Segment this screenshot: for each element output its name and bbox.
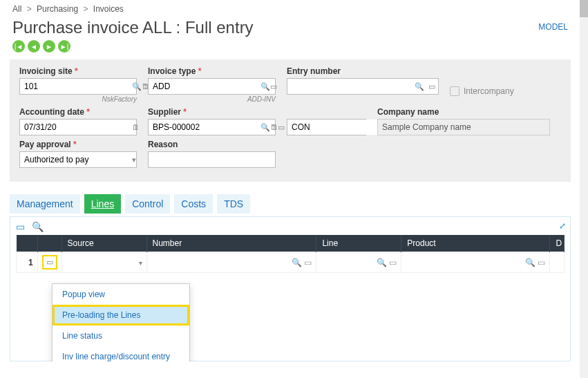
label-reason: Reason (148, 140, 276, 149)
card-icon[interactable]: ▭ (46, 258, 53, 267)
tab-management[interactable]: Management (10, 194, 80, 214)
search-icon[interactable]: 🔍 (260, 123, 270, 132)
page-title: Purchase invoice ALL : Full entry (12, 18, 254, 37)
card-icon[interactable]: ▭ (16, 221, 25, 232)
label-company-name: Company name (377, 107, 550, 117)
nav-last-icon[interactable]: ►| (58, 40, 70, 53)
col-blank2 (37, 235, 61, 252)
invoicing-site-sub: NskFactory (19, 95, 137, 103)
tab-tds[interactable]: TDS (217, 194, 250, 214)
search-icon[interactable]: 🔍 (413, 82, 426, 91)
invoice-type-field[interactable]: 🔍 ▭ (148, 78, 276, 95)
model-link[interactable]: MODEL (538, 22, 568, 32)
supplier-input[interactable] (149, 120, 260, 135)
entry-number-field[interactable]: 🔍 ▭ (287, 78, 439, 95)
search-icon[interactable]: 🔍 (132, 82, 142, 91)
label-pay-approval: Pay approval (19, 140, 137, 149)
invoicing-site-input[interactable] (20, 79, 132, 94)
col-d[interactable]: D (550, 235, 565, 252)
invoicing-site-field[interactable]: 🔍 🖺 ▭ (19, 78, 137, 95)
label-intercompany: Intercompany (464, 86, 514, 96)
col-line[interactable]: Line (316, 235, 401, 252)
card-icon[interactable]: ▭ (426, 82, 438, 91)
expand-icon[interactable]: ⤢ (559, 221, 566, 231)
reason-input[interactable] (149, 152, 275, 167)
vertical-scrollbar[interactable] (580, 0, 588, 361)
nav-first-icon[interactable]: |◄ (12, 40, 25, 53)
accounting-date-input[interactable] (20, 120, 132, 135)
accounting-date-field[interactable]: 🗓 (19, 119, 137, 135)
col-source[interactable]: Source (61, 235, 146, 252)
label-entry-number: Entry number (287, 66, 439, 76)
row-context-menu: Popup view Pre-loading the Lines Line st… (52, 283, 190, 361)
cell-d[interactable] (550, 252, 565, 273)
invoice-type-input[interactable] (149, 79, 260, 94)
supplier-field[interactable]: 🔍 🖺 ▭ (148, 119, 276, 135)
reason-field[interactable] (148, 151, 276, 168)
table-row[interactable]: 1 ▭ ▾ 🔍 ▭ 🔍 ▭ 🔍 ▭ (17, 252, 565, 273)
col-number[interactable]: Number (146, 235, 316, 252)
breadcrumb-invoices[interactable]: Invoices (93, 4, 124, 14)
nav-prev-icon[interactable]: ◄ (28, 40, 40, 53)
calendar-icon[interactable]: 🗓 (132, 123, 140, 131)
breadcrumb-all[interactable]: All (12, 4, 21, 14)
tab-control[interactable]: Control (125, 194, 170, 214)
cell-line[interactable]: 🔍 ▭ (316, 252, 401, 273)
tab-costs[interactable]: Costs (174, 194, 213, 214)
tab-lines[interactable]: Lines (84, 194, 121, 214)
row-actions-button[interactable]: ▭ (42, 255, 57, 270)
row-number: 1 (17, 252, 38, 273)
menu-preloading-lines[interactable]: Pre-loading the Lines (53, 305, 189, 325)
menu-popup-view[interactable]: Popup view (53, 284, 189, 305)
nav-next-icon[interactable]: ► (43, 40, 55, 53)
label-accounting-date: Accounting date (19, 107, 137, 117)
intercompany-checkbox[interactable] (450, 86, 459, 96)
cell-product[interactable]: 🔍 ▭ (401, 252, 550, 273)
card-icon[interactable]: ▭ (278, 123, 285, 132)
pay-approval-field[interactable]: ▾ (19, 151, 137, 168)
breadcrumb-purchasing[interactable]: Purchasing (37, 4, 78, 14)
label-invoice-type: Invoice type (148, 66, 276, 76)
header-form: Invoicing site 🔍 🖺 ▭ NskFactory Invoice … (10, 59, 571, 182)
label-invoicing-site: Invoicing site (19, 66, 137, 76)
chevron-down-icon[interactable]: ▾ (132, 155, 136, 164)
search-icon[interactable]: 🔍 (260, 82, 270, 91)
record-nav: |◄ ◄ ► ►| (0, 40, 580, 59)
col-product[interactable]: Product (401, 235, 550, 252)
invoice-type-sub: ADD-INV (148, 95, 276, 103)
menu-inv-charge-discount[interactable]: Inv line charge/discount entry (53, 346, 189, 361)
search-icon[interactable]: 🔍 (32, 221, 44, 232)
lines-grid: Source Number Line Product D 1 ▭ ▾ � (16, 235, 565, 273)
supplier-short-field[interactable]: 🔍 ▭ (287, 119, 366, 135)
action-icon[interactable]: 🖺 (270, 123, 278, 131)
tab-bar: Management Lines Control Costs TDS (10, 194, 571, 214)
grid-header-row: Source Number Line Product D (17, 235, 565, 252)
label-supplier: Supplier (148, 107, 276, 117)
cell-number[interactable]: 🔍 ▭ (146, 252, 316, 273)
entry-number-input[interactable] (287, 79, 413, 94)
col-blank1 (17, 235, 38, 252)
pay-approval-input[interactable] (20, 152, 132, 167)
breadcrumb: All > Purchasing > Invoices (0, 0, 580, 14)
company-name-field: Sample Company name (377, 119, 550, 135)
cell-source[interactable]: ▾ (61, 252, 146, 273)
card-icon[interactable]: ▭ (270, 82, 277, 91)
menu-line-status[interactable]: Line status (53, 325, 189, 346)
